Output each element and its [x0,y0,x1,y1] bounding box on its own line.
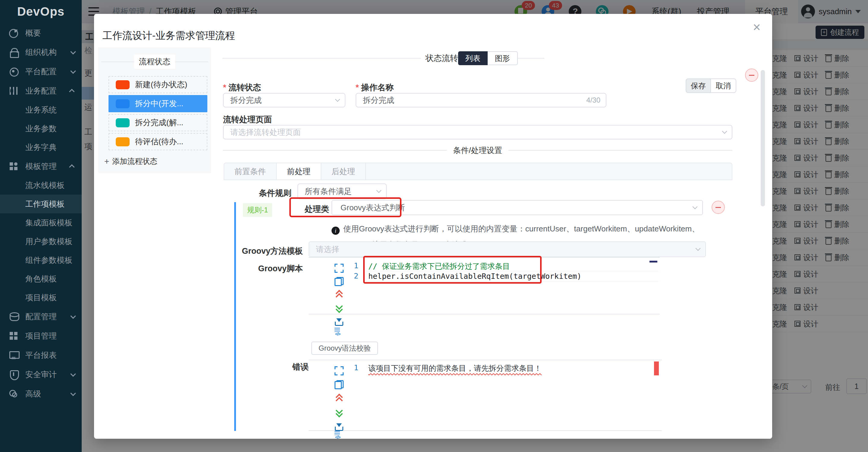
sidebar-item-config-mgmt[interactable]: 配置管理 [0,307,82,326]
copy-icon[interactable] [335,380,344,389]
chevron-down-icon [70,49,76,54]
rule-accent-bar [234,202,236,431]
sidebar-item-business-system[interactable]: 业务系统 [0,101,82,119]
modal-title: 工作流设计-业务需求管理流程 [102,29,235,43]
app-logo: DevOps [0,0,82,23]
panel-title: 流程状态 [134,55,175,69]
panel-divider: 流程状态 [101,55,208,69]
gears-icon [9,389,18,398]
format-code-icon[interactable] [335,431,344,439]
sidebar-item-label: 平台报表 [25,350,74,361]
action-name-input[interactable] [363,96,586,105]
sidebar-item-integration-panel-template[interactable]: 集成面板模板 [0,213,82,232]
sidebar-item-label: 业务配置 [25,86,70,96]
chevron-down-icon [692,204,698,209]
close-icon[interactable]: × [753,21,761,34]
status-item-label: 拆分完成(解... [135,117,183,128]
lock-icon [9,48,18,57]
char-counter: 4/30 [586,96,600,105]
copy-icon[interactable] [335,277,344,286]
add-status-button[interactable]: + 添加流程状态 [104,156,211,166]
import-icon[interactable] [335,422,344,431]
database-icon [9,312,18,321]
chevron-down-icon [335,97,340,102]
sidebar-item-label: 概要 [25,28,74,38]
sidebar-item-overview[interactable]: 概要 [0,23,82,43]
remove-transition-button[interactable] [745,68,758,82]
remove-rule-button[interactable] [712,201,725,214]
view-list-button[interactable]: 列表 [458,51,488,65]
fullscreen-icon[interactable] [335,264,344,273]
state-select[interactable]: 拆分完成 [223,93,345,107]
sidebar-item-security-audit[interactable]: 安全审计 [0,365,82,384]
tab-prehandle[interactable]: 前处理 [277,163,321,179]
workflow-design-modal: 工作流设计-业务需求管理流程 × 流程状态 新建(待办状态)拆分中(开发...拆… [94,14,772,439]
sidebar-item-project-mgmt[interactable]: 项目管理 [0,326,82,345]
sidebar-item-pipeline-template[interactable]: 流水线模板 [0,176,82,195]
fullscreen-icon[interactable] [335,366,344,375]
state-label: 流转状态 [223,82,261,93]
overview-cursor-mark [650,261,657,262]
chevron-down-icon [376,188,381,193]
sidebar-item-business-dict[interactable]: 业务字典 [0,138,82,157]
expand-down-icon[interactable] [335,304,344,313]
sidebar-item-user-param-template[interactable]: 用户参数模板 [0,232,82,251]
sidebar-item-advanced[interactable]: 高级 [0,384,82,403]
sidebar-item-platform-report[interactable]: 平台报表 [0,345,82,365]
gear-icon [9,67,18,76]
tab-precondition[interactable]: 前置条件 [224,163,277,179]
format-code-icon[interactable] [335,328,344,337]
action-name-field[interactable]: 4/30 [355,93,607,107]
monitor-icon [9,350,18,360]
import-icon[interactable] [335,317,344,326]
modal-scrollbar[interactable] [761,70,765,206]
status-item[interactable]: 待评估(待办... [108,133,207,150]
line-number: 2 [354,272,358,280]
sidebar-item-label: 平台配置 [25,66,70,77]
sidebar-item-project-template[interactable]: 项目模板 [0,288,82,307]
status-color-swatch [116,118,130,127]
sidebar: DevOps 概要组织机构平台配置业务配置业务系统业务参数业务字典模板管理流水线… [0,0,82,452]
status-item-label: 新建(待办状态) [135,79,187,90]
sidebar-item-business-params[interactable]: 业务参数 [0,119,82,138]
groovy-check-button[interactable]: Groovy语法校验 [311,342,378,355]
sidebar-item-template-mgmt[interactable]: 模板管理 [0,157,82,176]
sidebar-item-role-template[interactable]: 角色模板 [0,270,82,288]
sidebar-item-component-param-template[interactable]: 组件参数模板 [0,251,82,270]
page-select[interactable]: 请选择流转处理页面 [223,125,733,139]
code-line-comment: // 保证业务需求下已经拆分过了需求条目 [368,261,510,271]
chevron-down-icon [70,371,76,376]
sidebar-item-platform-config[interactable]: 平台配置 [0,62,82,81]
sidebar-nav: 概要组织机构平台配置业务配置业务系统业务参数业务字典模板管理流水线模板工作项模板… [0,23,82,403]
sidebar-item-workitem-template[interactable]: 工作项模板 [0,195,82,213]
script-editor-toolbar [335,264,344,326]
save-button[interactable]: 保存 [686,79,711,93]
groovy-script-label: Groovy脚本 [223,263,303,274]
tab-posthandle[interactable]: 后处理 [321,163,366,179]
groovy-template-select[interactable]: 请选择 [309,242,706,257]
collapse-up-icon[interactable] [335,290,344,299]
condition-rule-select[interactable]: 所有条件满足 [298,183,387,199]
status-item[interactable]: 拆分完成(解... [108,114,207,131]
condition-rule-label: 条件规则 [223,188,291,199]
status-item[interactable]: 新建(待办状态) [108,76,207,93]
expand-down-icon[interactable] [335,408,344,417]
collapse-up-icon[interactable] [335,394,344,403]
handler-select[interactable]: Groovy表达式判断 [332,200,703,215]
view-graph-button[interactable]: 图形 [488,51,518,65]
error-marker [654,362,659,375]
groovy-template-label: Groovy方法模板 [223,246,303,256]
status-item[interactable]: 拆分中(开发... [108,95,207,112]
sidebar-item-label: 安全审计 [25,369,70,380]
cancel-button[interactable]: 取消 [711,79,736,93]
condition-tabs: 前置条件 前处理 后处理 [224,163,733,180]
sliders-icon [9,86,18,95]
chevron-down-icon [70,313,76,319]
error-message-editor[interactable]: 1 该项目下没有可用的需求条目，请先拆分需求条目！ [309,360,662,431]
sidebar-item-organization[interactable]: 组织机构 [0,43,82,62]
dashboard-icon [9,28,18,37]
sidebar-item-business-config[interactable]: 业务配置 [0,81,82,101]
groovy-script-editor[interactable]: 1 2 // 保证业务需求下已经拆分过了需求条目 helper.isContai… [309,257,660,314]
action-name-label: 操作名称 [355,82,394,93]
status-color-swatch [116,137,130,146]
